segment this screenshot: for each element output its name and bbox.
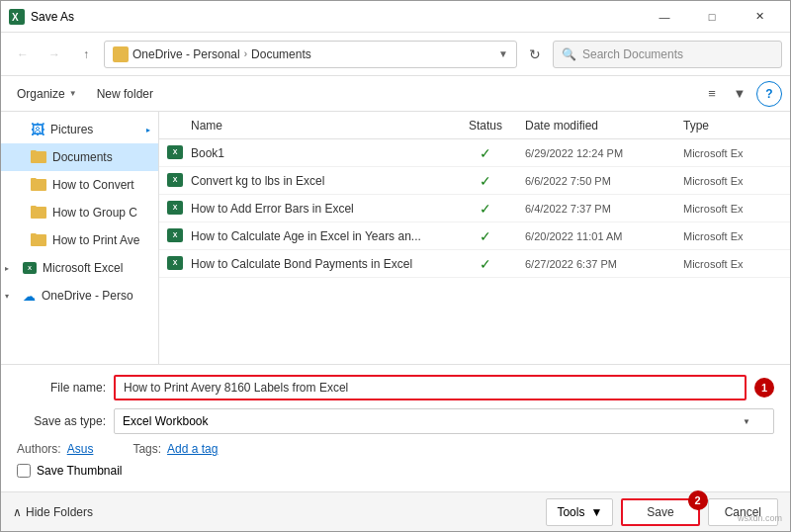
folder-icon <box>113 46 129 62</box>
thumbnail-label: Save Thumbnail <box>37 464 123 478</box>
sidebar-item-onedrive[interactable]: ▾ ☁ OneDrive - Perso <box>1 282 158 310</box>
file-name: Convert kg to lbs in Excel <box>191 174 446 188</box>
file-status: ✓ <box>446 228 525 244</box>
folder-icon <box>31 232 46 249</box>
sidebar-label: How to Convert <box>52 178 134 192</box>
filetype-select-container: Excel Workbook ▼ <box>114 408 774 434</box>
window-controls: — □ ✕ <box>642 1 782 33</box>
authors-value[interactable]: Asus <box>67 442 94 456</box>
filename-input[interactable]: How to Print Avery 8160 Labels from Exce… <box>114 375 747 400</box>
sidebar-label: Pictures <box>50 123 93 136</box>
breadcrumb-dropdown[interactable]: ▼ <box>498 48 508 59</box>
list-view-button[interactable]: ≡ <box>699 81 725 107</box>
breadcrumb-sep: › <box>244 48 247 59</box>
sidebar-label: Documents <box>52 150 113 164</box>
col-header-date: Date modified <box>525 119 683 133</box>
thumbnail-checkbox[interactable] <box>17 464 31 478</box>
hide-folders-button[interactable]: ∧ Hide Folders <box>13 505 93 519</box>
sidebar-pin-icon: ▸ <box>146 126 150 134</box>
address-bar: ← → ↑ OneDrive - Personal › Documents ▼ … <box>1 33 790 76</box>
col-header-name[interactable]: Name <box>167 119 446 133</box>
col-header-status: Status <box>446 119 525 133</box>
excel-icon: X <box>23 262 37 274</box>
tools-chevron-icon: ▼ <box>590 505 602 519</box>
new-folder-button[interactable]: New folder <box>89 81 161 107</box>
file-type: Microsoft Ex <box>683 230 782 242</box>
file-date: 6/4/2022 7:37 PM <box>525 203 683 215</box>
expand-icon: ▸ <box>5 264 17 273</box>
breadcrumb-part2: Documents <box>251 47 311 61</box>
tools-button[interactable]: Tools ▼ <box>546 498 613 526</box>
table-row[interactable]: X How to Add Error Bars in Excel ✓ 6/4/2… <box>159 195 790 222</box>
cloud-icon: ☁ <box>23 289 36 304</box>
view-settings-button[interactable]: ▼ <box>727 81 752 107</box>
file-type: Microsoft Ex <box>683 175 782 187</box>
organize-label: Organize <box>17 87 65 101</box>
file-rows: X Book1 ✓ 6/29/2022 12:24 PM Microsoft E… <box>159 139 790 364</box>
excel-file-icon: X <box>167 256 185 272</box>
file-name: How to Calculate Bond Payments in Excel <box>191 257 446 271</box>
table-row[interactable]: X Convert kg to lbs in Excel ✓ 6/6/2022 … <box>159 167 790 195</box>
view-controls: ≡ ▼ <box>699 81 752 107</box>
sidebar-label: Microsoft Excel <box>43 261 123 275</box>
thumbnail-row: Save Thumbnail <box>17 464 774 478</box>
save-as-dialog: X Save As — □ ✕ ← → ↑ OneDrive - Persona… <box>0 0 791 532</box>
forward-button[interactable]: → <box>41 41 68 68</box>
back-button[interactable]: ← <box>9 41 37 68</box>
svg-text:X: X <box>12 12 19 23</box>
table-row[interactable]: X How to Calculate Age in Excel in Years… <box>159 222 790 250</box>
excel-icon: X <box>9 9 25 25</box>
breadcrumb[interactable]: OneDrive - Personal › Documents ▼ <box>104 41 517 68</box>
excel-file-icon: X <box>167 145 185 161</box>
authors-tags-row: Authors: Asus Tags: Add a tag <box>17 442 774 456</box>
sidebar-item-how-to-group[interactable]: How to Group C <box>1 199 158 226</box>
chevron-up-icon: ∧ <box>13 505 22 519</box>
file-status: ✓ <box>446 145 525 161</box>
sidebar-item-documents[interactable]: Documents <box>1 143 158 171</box>
search-icon: 🔍 <box>562 47 576 61</box>
footer: ∧ Hide Folders Tools ▼ Save 2 Cancel <box>1 491 790 531</box>
maximize-button[interactable]: □ <box>689 1 735 33</box>
sidebar-item-microsoft-excel[interactable]: ▸ X Microsoft Excel <box>1 254 158 282</box>
sidebar-label: How to Group C <box>52 206 137 220</box>
authors-section: Authors: Asus <box>17 442 93 456</box>
file-name: Book1 <box>191 146 446 160</box>
up-button[interactable]: ↑ <box>72 41 100 68</box>
bottom-section: File name: How to Print Avery 8160 Label… <box>1 364 790 491</box>
authors-label: Authors: <box>17 442 61 456</box>
file-date: 6/27/2022 6:37 PM <box>525 258 683 270</box>
file-date: 6/6/2022 7:50 PM <box>525 175 683 187</box>
sidebar-label: How to Print Ave <box>52 233 140 247</box>
tags-label: Tags: <box>132 442 161 456</box>
file-date: 6/29/2022 12:24 PM <box>525 147 683 159</box>
tools-label: Tools <box>557 505 584 519</box>
refresh-button[interactable]: ↻ <box>521 41 549 68</box>
cancel-button[interactable]: Cancel <box>708 498 778 526</box>
documents-folder-icon <box>31 149 46 166</box>
tags-value[interactable]: Add a tag <box>167 442 218 456</box>
search-box[interactable]: 🔍 Search Documents <box>553 41 782 68</box>
file-type: Microsoft Ex <box>683 203 782 215</box>
filename-row: File name: How to Print Avery 8160 Label… <box>17 375 774 400</box>
table-row[interactable]: X Book1 ✓ 6/29/2022 12:24 PM Microsoft E… <box>159 139 790 167</box>
file-list-header: Name Status Date modified Type <box>159 112 790 139</box>
table-row[interactable]: X How to Calculate Bond Payments in Exce… <box>159 250 790 278</box>
organize-button[interactable]: Organize ▼ <box>9 81 85 107</box>
sidebar-item-pictures[interactable]: 🖼 Pictures ▸ <box>1 116 158 143</box>
folder-icon <box>31 177 46 194</box>
sidebar-label: OneDrive - Perso <box>42 289 133 303</box>
minimize-button[interactable]: — <box>642 1 687 33</box>
close-button[interactable]: ✕ <box>737 1 782 33</box>
breadcrumb-part1: OneDrive - Personal <box>132 47 240 61</box>
help-button[interactable]: ? <box>756 81 782 107</box>
save-button[interactable]: Save 2 <box>621 498 699 526</box>
footer-actions: Tools ▼ Save 2 Cancel <box>546 498 778 526</box>
file-status: ✓ <box>446 173 525 189</box>
file-list: Name Status Date modified Type X Book1 ✓… <box>159 112 790 364</box>
sidebar-item-how-to-print[interactable]: How to Print Ave <box>1 226 158 254</box>
folder-icon <box>31 205 46 222</box>
sidebar-item-how-to-convert[interactable]: How to Convert <box>1 171 158 199</box>
main-content: 🖼 Pictures ▸ Documents <box>1 112 790 364</box>
search-placeholder: Search Documents <box>582 47 683 61</box>
filetype-select[interactable]: Excel Workbook <box>114 408 774 434</box>
